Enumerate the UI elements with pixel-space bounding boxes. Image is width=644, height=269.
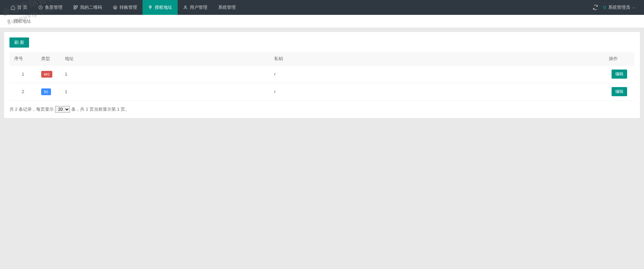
breadcrumb-text: 授权地址 [14,18,31,24]
chevron-up-icon: ︿ [632,5,636,10]
user-icon [183,5,188,10]
pagination: 共 2 条记录，每页显示 20 条，共 1 页当前显示第 1 页。 [9,106,635,113]
cell-ops: 编辑 [604,83,635,101]
cell-seq: 2 [9,83,36,101]
cell-type: erc [36,65,60,83]
v-badge: V [603,5,606,10]
nav-label: 我的二维码 [80,4,102,10]
svg-rect-1 [74,6,75,7]
svg-rect-3 [74,8,75,9]
table-row: 1 erc 1 r 编辑 [9,65,635,83]
refresh-button[interactable]: 刷 新 [9,37,29,48]
nav-item-fish[interactable]: 鱼苗管理 [33,0,68,15]
edit-button[interactable]: 编辑 [612,87,627,96]
table-header-row: 序号 类型 地址 私钥 操作 [9,52,635,65]
svg-point-8 [184,6,186,7]
pin-icon [148,5,153,10]
col-header-seq: 序号 [9,52,36,65]
per-page-select[interactable]: 20 [55,106,70,113]
nav-item-user-mgmt[interactable]: 用户管理 [178,0,213,15]
breadcrumb: 授权地址 [0,15,644,28]
location-icon [7,19,11,24]
yen-icon [113,5,118,10]
nav-item-auth-address[interactable]: 授权地址 [143,0,178,15]
nav-label: 系统管理 [218,4,236,10]
svg-rect-2 [76,6,77,7]
col-header-type: 类型 [36,52,60,65]
col-header-addr: 地址 [60,52,269,65]
nav-label: 转账管理 [120,4,137,10]
cell-seq: 1 [9,65,36,83]
pagination-prefix: 共 2 条记录，每页显示 [9,106,54,112]
edit-button[interactable]: 编辑 [612,70,627,79]
nav-label: 鱼苗管理 [45,4,62,10]
user-menu[interactable]: V 系统管理员 ︿ [603,4,636,10]
svg-point-6 [149,6,151,8]
refresh-icon[interactable] [593,5,598,10]
top-nav: 首 页 鱼苗管理 我的二维码 转账管理 授权地址 [0,0,644,15]
cell-type: trc [36,83,60,101]
nav-item-home[interactable]: 首 页 [5,0,33,15]
svg-point-9 [8,21,9,21]
pagination-suffix: 条，共 1 页当前显示第 1 页。 [71,106,129,112]
type-badge: erc [41,71,52,78]
nav-item-transfer[interactable]: 转账管理 [107,0,143,15]
nav-right: V 系统管理员 ︿ [593,4,639,10]
cell-ops: 编辑 [604,65,635,83]
svg-rect-4 [76,8,77,8]
col-header-ops: 操作 [604,52,635,65]
data-table: 序号 类型 地址 私钥 操作 1 erc 1 r 编辑 2 trc 1 r 编辑 [9,52,635,101]
nav-item-qrcode[interactable]: 我的二维码 [68,0,107,15]
clock-icon [38,5,43,10]
home-icon [10,5,15,10]
col-header-key: 私钥 [269,52,604,65]
cell-key: r [269,83,604,101]
svg-point-7 [150,6,150,7]
cell-addr: 1 [60,65,269,83]
nav-label: 首 页 [17,4,27,10]
nav-label: 用户管理 [190,4,207,10]
nav-label: 授权地址 [155,4,172,10]
table-row: 2 trc 1 r 编辑 [9,83,635,101]
content-card: 刷 新 序号 类型 地址 私钥 操作 1 erc 1 r 编辑 2 trc 1 … [4,32,640,118]
qr-icon [73,5,78,10]
type-badge: trc [41,88,51,95]
nav-left: 首 页 鱼苗管理 我的二维码 转账管理 授权地址 [5,0,241,15]
cell-key: r [269,65,604,83]
cell-addr: 1 [60,83,269,101]
nav-item-system[interactable]: 系统管理 [213,0,241,15]
user-label: 系统管理员 [608,4,630,10]
